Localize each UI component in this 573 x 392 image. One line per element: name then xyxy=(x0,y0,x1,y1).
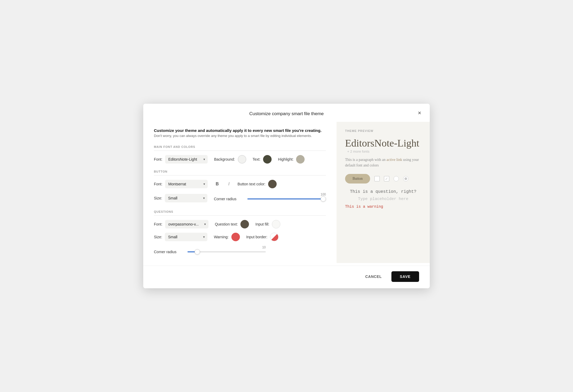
preview-font-name: EditorsNote-Light xyxy=(345,137,419,149)
button-text-color-label: Button text color: xyxy=(238,182,265,186)
questions-size-row: Size: Small ▾ Warning: Input bord xyxy=(154,233,326,241)
button-corner-radius-group: 100 Corner radius xyxy=(214,193,326,204)
button-font-select-wrapper: Montserrat ▾ xyxy=(165,180,208,188)
button-corner-radius-label: Corner radius xyxy=(214,197,243,201)
questions-corner-radius-row: Corner radius xyxy=(154,250,266,254)
background-color-swatch[interactable] xyxy=(238,155,246,164)
preview-active-link[interactable]: active link xyxy=(387,158,402,162)
questions-corner-radius-value: 10 xyxy=(154,245,266,249)
preview-checkbox-checked: ✓ xyxy=(384,176,389,181)
button-font-row: Font: Montserrat ▾ B I Button text color… xyxy=(154,180,326,188)
questions-font-group: Font: overpassmono-v... ▾ xyxy=(154,220,208,228)
preview-font-name-row: EditorsNote-Light + 2 more fonts xyxy=(345,137,421,154)
questions-font-row: Font: overpassmono-v... ▾ Question text: xyxy=(154,220,326,228)
preview-radio-filled xyxy=(403,176,408,181)
cancel-button[interactable]: CANCEL xyxy=(359,271,388,282)
main-font-label: MAIN FONT AND COLORS xyxy=(154,145,326,151)
font-label: Font: xyxy=(154,157,162,161)
input-fill-group: Input fill: xyxy=(255,220,280,228)
button-text-color-swatch[interactable] xyxy=(268,180,277,188)
button-font-select[interactable]: Montserrat xyxy=(165,180,208,188)
save-button[interactable]: SAVE xyxy=(391,271,419,282)
main-font-section: MAIN FONT AND COLORS Font: EditorsNote-L… xyxy=(154,145,326,164)
questions-font-label: Font: xyxy=(154,222,162,226)
customize-theme-modal: Customize company smart file theme × Cus… xyxy=(143,104,430,288)
button-font-group: Font: Montserrat ▾ xyxy=(154,180,208,188)
button-size-label: Size: xyxy=(154,196,162,200)
main-font-select[interactable]: EditorsNote-Light xyxy=(165,155,208,164)
questions-size-label: Size: xyxy=(154,235,162,239)
button-size-group: Size: Small ▾ xyxy=(154,194,207,202)
questions-corner-radius-label: Corner radius xyxy=(154,250,183,254)
intro-sub-text: Don't worry, you can always override any… xyxy=(154,134,326,138)
question-text-color-swatch[interactable] xyxy=(240,220,249,228)
warning-color-label: Warning: xyxy=(214,235,229,239)
question-text-color-label: Question text: xyxy=(215,222,238,226)
highlight-field-group: Highlight: xyxy=(278,155,305,164)
intro-bold-text: Customize your theme and automatically a… xyxy=(154,128,326,133)
preview-paragraph-text: This is a paragraph with an xyxy=(345,158,386,162)
button-corner-radius-row: Corner radius xyxy=(214,197,326,201)
italic-button[interactable]: I xyxy=(227,181,231,187)
preview-radio-dot xyxy=(404,177,407,180)
preview-button[interactable]: Button xyxy=(345,174,370,184)
questions-font-select-wrapper: overpassmono-v... ▾ xyxy=(165,220,208,228)
preview-radio-empty xyxy=(394,176,399,181)
input-fill-label: Input fill: xyxy=(255,222,269,226)
button-section-label: BUTTON xyxy=(154,170,326,176)
font-select-wrapper: EditorsNote-Light ▾ xyxy=(165,155,208,164)
highlight-color-swatch[interactable] xyxy=(296,155,305,164)
questions-corner-radius-group: 10 Corner radius xyxy=(154,245,266,257)
questions-section-label: QUESTIONS xyxy=(154,210,326,216)
main-font-row: Font: EditorsNote-Light ▾ Background: xyxy=(154,155,326,164)
questions-size-group: Size: Small ▾ xyxy=(154,233,207,241)
input-border-group: Input border: xyxy=(246,233,279,241)
input-border-label: Input border: xyxy=(246,235,267,239)
warning-color-swatch[interactable] xyxy=(231,233,240,241)
warning-color-group: Warning: xyxy=(214,233,240,241)
input-border-swatch[interactable] xyxy=(270,233,279,241)
preview-warning-text: This is a warning xyxy=(345,205,421,209)
highlight-color-label: Highlight: xyxy=(278,157,293,161)
text-color-label: Text: xyxy=(253,157,261,161)
font-field-group: Font: EditorsNote-Light ▾ xyxy=(154,155,208,164)
input-fill-swatch[interactable] xyxy=(272,220,280,228)
button-size-select-wrapper: Small ▾ xyxy=(165,194,207,202)
preview-more-fonts: + 2 more fonts xyxy=(347,149,369,153)
questions-font-select[interactable]: overpassmono-v... xyxy=(165,220,208,228)
modal-title: Customize company smart file theme xyxy=(249,111,324,116)
button-size-select[interactable]: Small xyxy=(165,194,207,202)
close-button[interactable]: × xyxy=(418,110,421,116)
preview-label: THEME PREVIEW xyxy=(345,129,421,132)
text-color-swatch[interactable] xyxy=(263,155,272,164)
modal-footer: CANCEL SAVE xyxy=(143,266,430,288)
questions-size-select[interactable]: Small xyxy=(165,233,207,241)
button-corner-radius-slider[interactable] xyxy=(247,198,326,199)
button-font-label: Font: xyxy=(154,182,162,186)
preview-question-text: This is a question, right? xyxy=(345,189,421,194)
preview-panel: THEME PREVIEW EditorsNote-Light + 2 more… xyxy=(337,122,430,263)
modal-body: Customize your theme and automatically a… xyxy=(143,122,430,263)
background-field-group: Background: xyxy=(214,155,246,164)
preview-placeholder-text: Type placeholder here xyxy=(345,197,421,201)
question-text-color-group: Question text: xyxy=(215,220,249,228)
form-section: Customize your theme and automatically a… xyxy=(143,122,337,263)
modal-header: Customize company smart file theme × xyxy=(143,104,430,122)
button-size-row: Size: Small ▾ 100 Corner radius xyxy=(154,193,326,204)
button-text-color-group: Button text color: xyxy=(238,180,277,188)
questions-corner-radius-slider[interactable] xyxy=(187,251,266,252)
text-field-group: Text: xyxy=(253,155,272,164)
questions-section: QUESTIONS Font: overpassmono-v... ▾ Ques… xyxy=(154,210,326,257)
bold-button[interactable]: B xyxy=(214,181,220,187)
preview-checkbox-empty xyxy=(374,176,380,181)
preview-paragraph: This is a paragraph with an active link … xyxy=(345,157,421,168)
button-section: BUTTON Font: Montserrat ▾ B I xyxy=(154,170,326,204)
preview-button-row: Button ✓ xyxy=(345,174,421,184)
questions-size-select-wrapper: Small ▾ xyxy=(165,233,207,241)
background-label: Background: xyxy=(214,157,235,161)
button-corner-radius-value: 100 xyxy=(214,193,326,196)
